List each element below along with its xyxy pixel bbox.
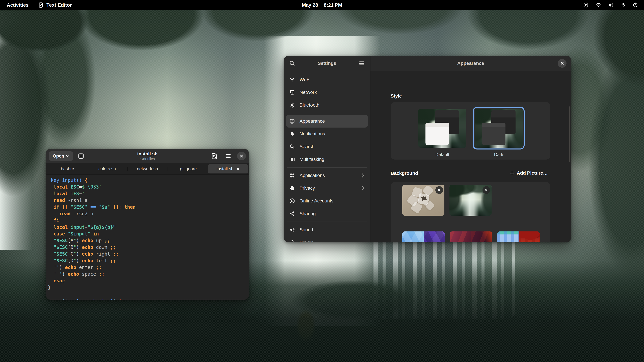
nav-divider	[287, 222, 367, 222]
settings-menu-button[interactable]	[357, 59, 366, 68]
panel-scrollbar[interactable]	[569, 106, 570, 162]
blue-orange-drips-wallpaper[interactable]	[497, 231, 540, 242]
chevron-right-icon	[361, 173, 365, 178]
remove-wallpaper-button[interactable]	[482, 186, 490, 194]
sidebar-item-sound[interactable]: Sound	[286, 223, 368, 236]
open-button-label: Open	[53, 153, 64, 159]
power-icon	[632, 2, 638, 8]
preset-wallpapers-row	[402, 231, 550, 242]
sidebar-item-sharing[interactable]: Sharing	[286, 207, 368, 220]
focused-app-indicator[interactable]: Text Editor	[38, 2, 72, 8]
sidebar-item-applications[interactable]: Applications	[286, 169, 368, 182]
editor-tab-network-sh[interactable]: network.sh	[127, 164, 168, 173]
style-section-heading: Style	[390, 93, 402, 99]
blue-orange-drips-wallpaper-light-half	[497, 231, 518, 242]
sidebar-item-label: Power	[300, 240, 313, 242]
background-card	[390, 182, 550, 242]
editor-tab-bashrc[interactable]: .bashrc	[46, 164, 87, 173]
text-editor-window: Open install.sh ~/dotfiles	[46, 149, 249, 300]
settings-sidebar-headerbar: Settings	[284, 56, 370, 71]
settings-search-button[interactable]	[288, 59, 297, 68]
appearance-panel: Appearance Style DefaultDark Background …	[370, 56, 571, 242]
add-picture-button[interactable]: Add Picture…	[507, 168, 551, 178]
clock-date: May 28	[302, 2, 318, 8]
style-option-label: Dark	[494, 152, 503, 157]
blue-purple-geometric-wallpaper[interactable]	[402, 231, 445, 242]
at-icon	[289, 198, 295, 204]
sidebar-item-label: Applications	[300, 173, 325, 178]
system-status-area[interactable]	[584, 0, 638, 10]
main-menu-button[interactable]	[224, 151, 233, 161]
sidebar-item-multitasking[interactable]: Multitasking	[286, 153, 368, 166]
sidebar-item-power[interactable]: Power	[286, 236, 368, 242]
sidebar-item-notifications[interactable]: Notifications	[286, 128, 368, 140]
background-section-heading: Background	[390, 171, 418, 176]
sidebar-item-label: Wi-Fi	[300, 77, 310, 82]
blue-purple-geometric-wallpaper-dark-half	[424, 231, 445, 242]
new-tab-button[interactable]	[76, 151, 86, 161]
tab-label: colors.sh	[98, 166, 116, 171]
settings-close-button[interactable]	[558, 59, 566, 68]
dragon-tiles-wallpaper[interactable]	[402, 185, 444, 216]
forest-waterfall-wallpaper[interactable]	[450, 185, 492, 216]
sidebar-item-label: Appearance	[300, 118, 325, 124]
style-card: DefaultDark	[390, 102, 550, 160]
style-thumbnail-dark[interactable]	[474, 109, 523, 148]
sidebar-item-online-accounts[interactable]: Online Accounts	[286, 195, 368, 207]
open-document-button[interactable]: Open	[49, 151, 73, 161]
nav-divider	[287, 167, 367, 168]
search-icon	[289, 144, 295, 149]
editor-tab-colors-sh[interactable]: colors.sh	[87, 164, 127, 173]
code-line: "$ESC[A") echo up ;;	[48, 237, 247, 244]
sidebar-item-wi-fi[interactable]: Wi-Fi	[286, 73, 368, 86]
code-line: }	[48, 284, 247, 291]
editor-tab-gitignore[interactable]: .gitignore	[168, 164, 208, 173]
sidebar-item-search[interactable]: Search	[286, 140, 368, 153]
code-line: local ESC=$'\033'	[48, 184, 247, 190]
red-maroon-waves-wallpaper[interactable]	[450, 231, 492, 242]
style-option-default[interactable]: Default	[418, 109, 466, 160]
code-line: '') echo enter ;;	[48, 264, 247, 271]
appearance-headerbar: Appearance	[370, 56, 571, 71]
wifi-icon	[596, 2, 602, 8]
settings-title: Settings	[318, 61, 336, 66]
appearance-icon	[289, 118, 295, 124]
style-option-dark[interactable]: Dark	[474, 109, 523, 160]
code-line: fi	[48, 217, 247, 224]
editor-tab-install-sh[interactable]: install.sh	[208, 164, 248, 173]
remove-wallpaper-button[interactable]	[435, 186, 443, 194]
clock-menu-button[interactable]: May 28 8:21 PM	[302, 2, 342, 8]
search-icon	[289, 60, 295, 66]
document-folder: ~/dotfiles	[137, 157, 158, 161]
activities-button[interactable]: Activities	[7, 2, 29, 8]
sidebar-item-bluetooth[interactable]: Bluetooth	[286, 99, 368, 111]
code-line: case "$input" in	[48, 231, 247, 237]
blue-orange-drips-wallpaper-dark-half	[518, 231, 540, 242]
code-line: "$ESC[B") echo down ;;	[48, 244, 247, 251]
code-editor-area[interactable]: _key_input() { local ESC=$'\033' local I…	[46, 175, 249, 300]
tab-label: network.sh	[137, 166, 158, 171]
sidebar-item-appearance[interactable]: Appearance	[286, 115, 368, 128]
sidebar-item-label: Multitasking	[300, 157, 324, 162]
window-close-button[interactable]	[237, 152, 246, 160]
style-thumbnail-default[interactable]	[418, 109, 466, 148]
bluetooth-icon	[289, 102, 295, 108]
apps-icon	[289, 173, 295, 178]
sidebar-item-network[interactable]: Network	[286, 86, 368, 99]
appearance-panel-body: Style DefaultDark Background Add Picture…	[370, 71, 571, 242]
code-line: "$ESC[D") echo left ;;	[48, 257, 247, 264]
tab-label: .bashrc	[60, 166, 74, 171]
document-name: install.sh	[137, 151, 158, 157]
sidebar-item-privacy[interactable]: Privacy	[286, 182, 368, 195]
plus-icon	[510, 171, 514, 175]
code-line: _new_line_foreach_item() {	[48, 298, 247, 300]
tab-close-icon[interactable]	[236, 167, 240, 171]
chevron-right-icon	[361, 186, 365, 191]
text-editor-app-icon	[38, 2, 44, 8]
search-document-button[interactable]	[210, 151, 219, 161]
code-line	[48, 291, 247, 298]
code-line: esac	[48, 278, 247, 284]
power-icon	[289, 240, 295, 242]
sidebar-item-label: Network	[300, 90, 317, 95]
document-title: install.sh ~/dotfiles	[137, 151, 158, 161]
